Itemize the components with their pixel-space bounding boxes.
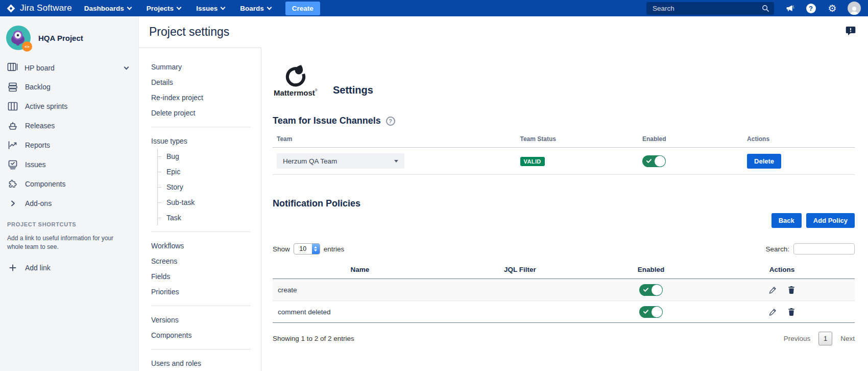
top-navbar: Jira Software Dashboards Projects Issues… bbox=[0, 0, 868, 16]
board-label: HP board bbox=[25, 64, 55, 72]
feedback-button[interactable] bbox=[846, 26, 856, 38]
jira-diamond-icon bbox=[6, 4, 16, 13]
col-enabled: Enabled bbox=[642, 135, 747, 143]
help-icon[interactable]: ? bbox=[386, 117, 395, 126]
policy-name: create bbox=[273, 286, 447, 294]
megaphone-icon bbox=[785, 4, 794, 13]
sidebar-item-issues[interactable]: Issues bbox=[5, 155, 132, 174]
speech-bubble-icon bbox=[846, 26, 856, 36]
page-size-select[interactable]: 10 bbox=[294, 243, 320, 254]
col-actions: Actions bbox=[747, 135, 855, 143]
main-content: Mattermost® Settings Team for Issue Chan… bbox=[261, 48, 868, 371]
settings-nav-fields[interactable]: Fields bbox=[151, 269, 261, 284]
policy-name: comment deleted bbox=[273, 308, 447, 316]
ship-icon bbox=[7, 121, 18, 131]
settings-nav-summary[interactable]: Summary bbox=[151, 59, 261, 75]
settings-nav-priorities[interactable]: Priorities bbox=[151, 284, 261, 299]
pagination: Previous 1 Next bbox=[784, 332, 855, 345]
add-link-button[interactable]: Add link bbox=[5, 264, 132, 272]
edit-policy-button[interactable] bbox=[769, 308, 777, 316]
menu-issues[interactable]: Issues bbox=[196, 5, 225, 12]
settings-nav-reindex[interactable]: Re-index project bbox=[151, 90, 261, 105]
col-enabled: Enabled bbox=[593, 266, 709, 273]
delete-policy-button[interactable] bbox=[788, 308, 795, 316]
table-controls: Show 10 entries Search: bbox=[273, 243, 855, 254]
sprints-icon bbox=[7, 102, 18, 111]
team-select[interactable]: Herzum QA Team bbox=[277, 153, 404, 169]
delete-policy-button[interactable] bbox=[788, 286, 795, 294]
caret-down-icon bbox=[394, 160, 398, 163]
search-input[interactable] bbox=[652, 4, 762, 13]
policies-table: Name JQL Filter Enabled Actions create bbox=[273, 262, 855, 323]
team-section: Team for Issue Channels ? Team Team Stat… bbox=[273, 115, 855, 175]
menu-projects[interactable]: Projects bbox=[147, 5, 181, 12]
next-page-button[interactable]: Next bbox=[840, 335, 855, 342]
add-policy-button[interactable]: Add Policy bbox=[806, 213, 855, 228]
team-table-header: Team Team Status Enabled Actions bbox=[273, 132, 855, 148]
settings-nav-screens[interactable]: Screens bbox=[151, 253, 261, 269]
table-search-label: Search: bbox=[765, 245, 789, 253]
show-label: Show bbox=[273, 245, 290, 253]
chevron-down-icon bbox=[177, 5, 182, 10]
page-number-button[interactable]: 1 bbox=[818, 332, 832, 345]
page-title: Project settings bbox=[149, 25, 229, 39]
policy-enabled-toggle[interactable] bbox=[639, 306, 663, 318]
plugin-settings-title: Settings bbox=[333, 84, 373, 97]
menu-dashboards[interactable]: Dashboards bbox=[84, 5, 131, 12]
jira-brand[interactable]: Jira Software bbox=[6, 3, 72, 13]
team-delete-button[interactable]: Delete bbox=[747, 154, 781, 169]
entries-label: entries bbox=[324, 245, 345, 253]
back-button[interactable]: Back bbox=[771, 213, 802, 228]
mattermost-wordmark: Mattermost® bbox=[274, 88, 318, 97]
col-team-status: Team Status bbox=[520, 135, 642, 143]
settings-button[interactable]: ⚙ bbox=[826, 2, 838, 14]
settings-nav-bug[interactable]: Bug bbox=[166, 149, 261, 164]
col-jql-filter: JQL Filter bbox=[447, 266, 593, 273]
help-button[interactable]: ? bbox=[805, 2, 817, 14]
create-button[interactable]: Create bbox=[285, 2, 320, 15]
sidebar-item-backlog[interactable]: Backlog bbox=[5, 77, 132, 97]
page-size-value: 10 bbox=[294, 245, 312, 252]
settings-nav-details[interactable]: Details bbox=[151, 75, 261, 90]
col-actions: Actions bbox=[709, 266, 855, 273]
code-badge-icon: <> bbox=[22, 41, 32, 52]
team-enabled-toggle[interactable] bbox=[642, 155, 666, 167]
team-section-heading: Team for Issue Channels bbox=[273, 115, 381, 126]
chevron-down-icon bbox=[267, 5, 272, 10]
settings-nav-story[interactable]: Story bbox=[166, 179, 261, 195]
settings-nav-sub-task[interactable]: Sub-task bbox=[166, 195, 261, 210]
user-avatar[interactable] bbox=[848, 2, 861, 15]
menu-boards[interactable]: Boards bbox=[240, 5, 271, 12]
sidebar-item-reports[interactable]: Reports bbox=[5, 135, 132, 155]
project-avatar: <> bbox=[6, 26, 31, 50]
table-search-input[interactable] bbox=[793, 243, 855, 254]
sidebar-item-add-ons[interactable]: Add-ons bbox=[5, 194, 132, 213]
table-footer: Showing 1 to 2 of 2 entries Previous 1 N… bbox=[273, 332, 855, 345]
settings-nav-delete-project[interactable]: Delete project bbox=[151, 105, 261, 121]
pencil-icon bbox=[769, 308, 777, 316]
person-icon bbox=[849, 6, 859, 15]
settings-nav-epic[interactable]: Epic bbox=[166, 164, 261, 179]
col-team: Team bbox=[273, 135, 520, 143]
settings-nav-issue-types[interactable]: Issue types bbox=[151, 133, 261, 149]
sidebar-item-components[interactable]: Components bbox=[5, 174, 132, 194]
announcements-button[interactable] bbox=[783, 2, 795, 14]
global-search[interactable] bbox=[646, 2, 774, 15]
divider bbox=[151, 127, 251, 127]
board-icon bbox=[7, 62, 18, 73]
settings-nav-workflows[interactable]: Workflows bbox=[151, 238, 261, 253]
col-name: Name bbox=[273, 266, 447, 273]
settings-nav-components[interactable]: Components bbox=[151, 328, 261, 343]
policy-enabled-toggle[interactable] bbox=[639, 284, 663, 296]
settings-nav-versions[interactable]: Versions bbox=[151, 312, 261, 328]
sidebar-item-releases[interactable]: Releases bbox=[5, 116, 132, 135]
sidebar-item-active-sprints[interactable]: Active sprints bbox=[5, 97, 132, 116]
settings-nav-task[interactable]: Task bbox=[166, 210, 261, 225]
settings-nav-users-roles[interactable]: Users and roles bbox=[151, 356, 261, 371]
project-header[interactable]: <> HQA Project bbox=[5, 25, 132, 54]
edit-policy-button[interactable] bbox=[769, 286, 777, 294]
previous-page-button[interactable]: Previous bbox=[784, 335, 811, 342]
board-selector[interactable]: HP board bbox=[5, 54, 132, 77]
check-icon bbox=[643, 309, 649, 315]
policies-table-header: Name JQL Filter Enabled Actions bbox=[273, 262, 855, 279]
